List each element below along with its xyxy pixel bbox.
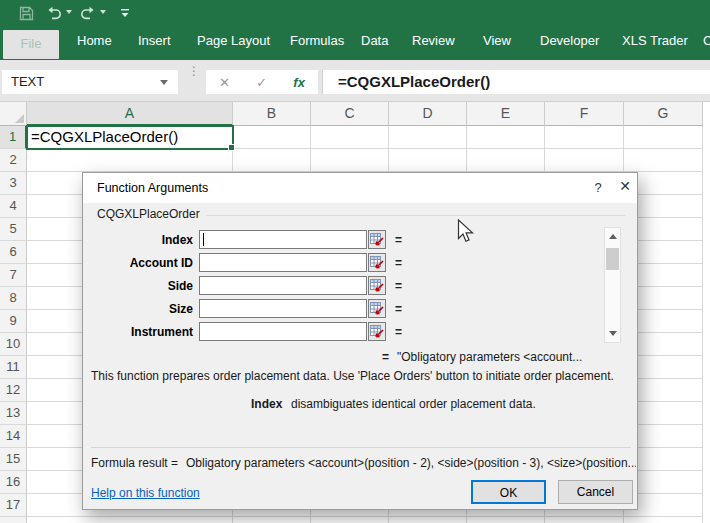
cell-C18[interactable] xyxy=(311,517,389,523)
row-header-13[interactable]: 13 xyxy=(0,402,27,425)
cell-A2[interactable] xyxy=(27,149,233,172)
collapse-dialog-icon[interactable] xyxy=(368,322,386,341)
cell-G18[interactable] xyxy=(624,517,703,523)
cell-B1[interactable] xyxy=(233,126,311,149)
row-header-17[interactable]: 17 xyxy=(0,494,27,517)
ribbon-tab-review[interactable]: Review xyxy=(412,33,455,48)
ribbon-tab-page-layout[interactable]: Page Layout xyxy=(197,33,270,48)
grid-row-18: 18 xyxy=(0,517,710,523)
column-header-row: ABCDEFG xyxy=(0,102,710,126)
cell-D2[interactable] xyxy=(389,149,467,172)
dialog-close-icon[interactable]: ✕ xyxy=(613,178,637,198)
row-header-14[interactable]: 14 xyxy=(0,425,27,448)
enter-entry-icon[interactable]: ✓ xyxy=(256,75,267,90)
row-header-4[interactable]: 4 xyxy=(0,195,27,218)
row-header-16[interactable]: 16 xyxy=(0,471,27,494)
cell-C1[interactable] xyxy=(311,126,389,149)
row-header-11[interactable]: 11 xyxy=(0,356,27,379)
cell-D18[interactable] xyxy=(389,517,467,523)
select-all-corner[interactable] xyxy=(0,102,27,126)
formula-bar-resize-handle[interactable]: ⋮ xyxy=(188,66,198,76)
dialog-title-bar[interactable]: Function Arguments ? ✕ xyxy=(83,173,637,203)
formula-bar-input[interactable]: =CQGXLPlaceOrder() xyxy=(322,70,710,94)
row-header-8[interactable]: 8 xyxy=(0,287,27,310)
row-header-6[interactable]: 6 xyxy=(0,241,27,264)
argument-input-index[interactable] xyxy=(199,230,367,249)
ribbon-tab-formulas[interactable]: Formulas xyxy=(290,33,344,48)
scroll-down-icon[interactable] xyxy=(609,331,617,336)
cell-A1[interactable]: =CQGXLPlaceOrder() xyxy=(27,126,233,149)
argument-row-size: Size = xyxy=(83,299,639,318)
cell-G1[interactable] xyxy=(624,126,703,149)
cell-D1[interactable] xyxy=(389,126,467,149)
scroll-up-icon[interactable] xyxy=(609,234,617,239)
redo-dropdown-icon[interactable] xyxy=(100,10,106,14)
argument-input-account-id[interactable] xyxy=(199,253,367,272)
row-header-3[interactable]: 3 xyxy=(0,172,27,195)
column-header-g[interactable]: G xyxy=(624,102,703,126)
row-header-9[interactable]: 9 xyxy=(0,310,27,333)
name-box[interactable]: TEXT xyxy=(2,70,178,94)
column-header-f[interactable]: F xyxy=(545,102,624,126)
cell-C2[interactable] xyxy=(311,149,389,172)
collapse-dialog-icon[interactable] xyxy=(368,299,386,318)
excel-window: FileHomeInsertPage LayoutFormulasDataRev… xyxy=(0,0,710,523)
row-header-2[interactable]: 2 xyxy=(0,149,27,172)
ribbon-tab-file[interactable]: File xyxy=(3,30,59,59)
argument-input-size[interactable] xyxy=(199,299,367,318)
save-icon[interactable] xyxy=(16,3,36,23)
name-box-dropdown-icon[interactable] xyxy=(160,80,168,85)
cell-A18[interactable] xyxy=(27,517,233,523)
insert-function-icon[interactable]: fx xyxy=(293,75,305,90)
scrollbar-thumb[interactable] xyxy=(606,248,619,270)
column-header-b[interactable]: B xyxy=(233,102,311,126)
redo-icon[interactable] xyxy=(78,3,98,23)
customize-quick-access-icon[interactable] xyxy=(115,3,135,23)
column-header-c[interactable]: C xyxy=(311,102,389,126)
collapse-dialog-icon[interactable] xyxy=(368,253,386,272)
column-header-d[interactable]: D xyxy=(389,102,467,126)
cancel-button[interactable]: Cancel xyxy=(558,480,633,504)
cell-G2[interactable] xyxy=(624,149,703,172)
argument-input-side[interactable] xyxy=(199,276,367,295)
ribbon-tab-view[interactable]: View xyxy=(483,33,511,48)
arguments-scrollbar[interactable] xyxy=(604,227,621,343)
row-header-10[interactable]: 10 xyxy=(0,333,27,356)
argument-label: Index xyxy=(91,233,193,247)
cell-E1[interactable] xyxy=(467,126,545,149)
collapse-dialog-icon[interactable] xyxy=(368,276,386,295)
name-box-value: TEXT xyxy=(11,74,44,89)
cell-F18[interactable] xyxy=(545,517,624,523)
help-on-function-link[interactable]: Help on this function xyxy=(91,486,200,500)
cell-E2[interactable] xyxy=(467,149,545,172)
undo-dropdown-icon[interactable] xyxy=(66,10,72,14)
row-header-12[interactable]: 12 xyxy=(0,379,27,402)
cancel-entry-icon[interactable]: ✕ xyxy=(219,75,230,90)
cell-B2[interactable] xyxy=(233,149,311,172)
ribbon-tab-home[interactable]: Home xyxy=(77,33,112,48)
collapse-dialog-icon[interactable] xyxy=(368,230,386,249)
row-header-7[interactable]: 7 xyxy=(0,264,27,287)
ribbon-tab-developer[interactable]: Developer xyxy=(540,33,599,48)
column-header-a[interactable]: A xyxy=(27,102,233,126)
ribbon-tab-data[interactable]: Data xyxy=(361,33,388,48)
ribbon-tab-xls-trader[interactable]: XLS Trader xyxy=(622,33,688,48)
dialog-help-icon[interactable]: ? xyxy=(588,180,608,198)
ribbon-tab-c[interactable]: C xyxy=(703,33,710,48)
argument-equals: = xyxy=(395,302,402,316)
cell-B18[interactable] xyxy=(233,517,311,523)
column-header-e[interactable]: E xyxy=(467,102,545,126)
mouse-cursor-icon xyxy=(457,219,475,245)
argument-input-instrument[interactable] xyxy=(199,322,367,341)
row-header-15[interactable]: 15 xyxy=(0,448,27,471)
cell-E18[interactable] xyxy=(467,517,545,523)
row-header-5[interactable]: 5 xyxy=(0,218,27,241)
ribbon-tab-insert[interactable]: Insert xyxy=(138,33,171,48)
row-header-18[interactable]: 18 xyxy=(0,517,27,523)
cell-F1[interactable] xyxy=(545,126,624,149)
cell-F2[interactable] xyxy=(545,149,624,172)
ok-button[interactable]: OK xyxy=(471,480,546,504)
undo-icon[interactable] xyxy=(44,3,64,23)
row-header-1[interactable]: 1 xyxy=(0,126,27,149)
argument-row-index: Index = xyxy=(83,230,639,249)
